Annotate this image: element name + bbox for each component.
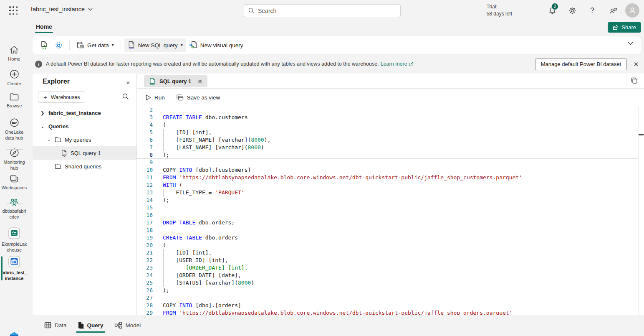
get-data-button[interactable]: Get data ▾ — [73, 39, 117, 52]
tree-item-my-queries[interactable]: ⌄My queries — [33, 133, 136, 146]
code-line-23[interactable]: 23 -- [ORDER_DATE] [int], — [137, 264, 638, 272]
copy-icon[interactable] — [631, 77, 638, 84]
line-number: 29 — [137, 309, 153, 315]
code-line-9[interactable]: 9 — [137, 159, 638, 166]
code-text: COPY INTO [dbo].[customers] — [163, 166, 251, 174]
code-text: ); — [163, 151, 169, 158]
feedback-button[interactable] — [608, 5, 618, 15]
run-button[interactable]: Run — [146, 94, 165, 101]
tab-home[interactable]: Home — [35, 22, 53, 33]
create-icon — [10, 69, 19, 79]
view-tab-query[interactable]: Query — [75, 318, 106, 333]
code-line-2[interactable]: 2 — [137, 106, 638, 114]
code-line-20[interactable]: 20( — [137, 242, 638, 249]
share-button[interactable]: Share — [608, 22, 641, 33]
view-tab-model[interactable]: Model — [112, 318, 144, 333]
rail-item-create[interactable]: Create — [0, 69, 28, 87]
learn-more-link[interactable]: Learn more — [381, 61, 407, 67]
code-line-26[interactable]: 26); — [137, 287, 638, 294]
code-line-5[interactable]: 5 [ID] [int], — [137, 129, 638, 136]
line-number: 15 — [137, 204, 153, 211]
code-line-19[interactable]: 19CREATE TABLE dbo.orders — [137, 234, 638, 242]
settings-tool-button[interactable] — [51, 39, 66, 52]
avatar[interactable] — [625, 3, 639, 18]
folder-icon — [55, 163, 61, 169]
notifications-button[interactable]: 2 — [547, 5, 557, 15]
rail-item-fabric-test-instance[interactable]: fabric_test_instance — [0, 255, 28, 281]
refresh-button[interactable] — [37, 38, 51, 52]
code-line-22[interactable]: 22 [USER_ID] [int], — [137, 257, 638, 264]
help-button[interactable]: ? — [587, 5, 597, 15]
query-tab[interactable]: SQL SQL query 1 ✕ — [144, 75, 207, 87]
notification-badge: 2 — [551, 3, 558, 10]
banner-close-icon[interactable]: ✕ — [631, 60, 641, 69]
code-line-3[interactable]: 3CREATE TABLE dbo.customers — [137, 114, 638, 121]
rail-item-example-lakehouse[interactable]: ExampleLakehouse — [0, 227, 28, 253]
code-line-29[interactable]: 29FROM 'https://dbtlabsynapsedatalake.bl… — [137, 309, 638, 315]
code-line-28[interactable]: 28COPY INTO [dbo].[orders] — [137, 302, 638, 309]
code-line-16[interactable]: 16 — [137, 211, 638, 219]
code-line-4[interactable]: 4( — [137, 121, 638, 129]
sqlfile-icon: SQL — [61, 150, 67, 157]
line-number: 16 — [137, 211, 153, 219]
explorer-search-button[interactable] — [122, 93, 129, 100]
chevron-right-icon[interactable]: ❯ — [40, 111, 45, 115]
rail-item-data-warehouse[interactable]: Data Warehouse — [0, 331, 28, 336]
chevron-down-icon[interactable]: ⌄ — [46, 137, 51, 142]
search-input[interactable]: Search — [244, 4, 401, 17]
tree-item-label: fabric_test_instance — [48, 110, 101, 116]
code-line-17[interactable]: 17DROP TABLE dbo.orders; — [137, 219, 638, 227]
toolbar-collapse-button[interactable] — [628, 42, 633, 45]
new-sql-query-button[interactable]: SQL New SQL query ▾ — [124, 38, 186, 52]
rail-item-label: Create — [1, 81, 27, 87]
rail-item-home[interactable]: Home — [0, 45, 28, 62]
app-launcher-icon[interactable] — [9, 6, 18, 15]
workspace-switcher[interactable]: fabric_test_instance — [31, 6, 93, 13]
chevron-down-icon[interactable]: ⌄ — [40, 124, 45, 129]
code-line-24[interactable]: 24 [ORDER_DATE] [date], — [137, 272, 638, 279]
save-as-view-button[interactable]: Save as view — [177, 94, 220, 101]
explorer-collapse-button[interactable]: « — [126, 79, 130, 86]
tree-item-fabric-test-instance[interactable]: ❯fabric_test_instance — [33, 106, 136, 120]
manage-default-dataset-button[interactable]: Manage default Power BI dataset — [535, 58, 627, 70]
rail-item-dbtlabsfabricdev[interactable]: dbtlabsfabricdev — [0, 197, 28, 220]
rail-item-browse[interactable]: Browse — [0, 93, 28, 109]
scrollbar-thumb[interactable] — [639, 134, 644, 135]
tree-item-shared-queries[interactable]: Shared queries — [33, 160, 136, 173]
workspace-name: fabric_test_instance — [31, 6, 85, 13]
code-text: [ORDER_DATE] [date], — [163, 272, 241, 279]
line-number: 2 — [137, 106, 153, 114]
code-line-27[interactable]: 27 — [137, 294, 638, 302]
code-line-10[interactable]: 10COPY INTO [dbo].[customers] — [137, 166, 638, 174]
rail-item-onelake-data-hub[interactable]: OneLake data hub — [0, 118, 28, 141]
svg-text:SQL: SQL — [150, 83, 155, 85]
code-line-21[interactable]: 21 [ID] [int], — [137, 249, 638, 257]
code-line-13[interactable]: 13 FILE_TYPE = 'PARQUET' — [137, 189, 638, 196]
new-visual-query-button[interactable]: New visual query — [186, 38, 247, 52]
close-tab-icon[interactable]: ✕ — [197, 78, 202, 85]
editor-scrollbar[interactable] — [638, 106, 644, 315]
line-number: 7 — [137, 144, 153, 151]
tree-item-label: Shared queries — [65, 163, 101, 170]
code-line-7[interactable]: 7 [LAST_NAME] [varchar](8000) — [137, 144, 638, 151]
code-line-11[interactable]: 11FROM 'https://dbtlabsynapsedatalake.bl… — [137, 174, 638, 181]
code-line-8[interactable]: 8); — [137, 151, 638, 159]
settings-button[interactable] — [567, 5, 577, 15]
warehouses-button[interactable]: + Warehouses — [38, 92, 85, 103]
tree-item-queries[interactable]: ⌄Queries — [33, 120, 136, 133]
share-icon — [613, 25, 619, 30]
line-number: 8 — [137, 151, 153, 158]
code-line-6[interactable]: 6 [FIRST_NAME] [varchar](8000), — [137, 136, 638, 144]
code-line-18[interactable]: 18 — [137, 227, 638, 234]
code-line-25[interactable]: 25 [STATUS] [varchar](8000) — [137, 279, 638, 287]
code-line-15[interactable]: 15 — [137, 204, 638, 211]
view-tab-data[interactable]: Data — [42, 318, 69, 333]
rail-item-monitoring-hub[interactable]: Monitoring hub — [0, 148, 28, 171]
sql-code-area[interactable]: 23CREATE TABLE dbo.customers4(5 [ID] [in… — [137, 106, 638, 315]
code-line-12[interactable]: 12WITH ( — [137, 181, 638, 189]
code-line-14[interactable]: 14); — [137, 196, 638, 204]
rail-item-workspaces[interactable]: Workspaces — [0, 175, 28, 191]
line-number: 27 — [137, 294, 153, 302]
tree-item-sql-query-1[interactable]: SQLSQL query 1 — [33, 146, 136, 160]
search-placeholder: Search — [258, 8, 276, 14]
